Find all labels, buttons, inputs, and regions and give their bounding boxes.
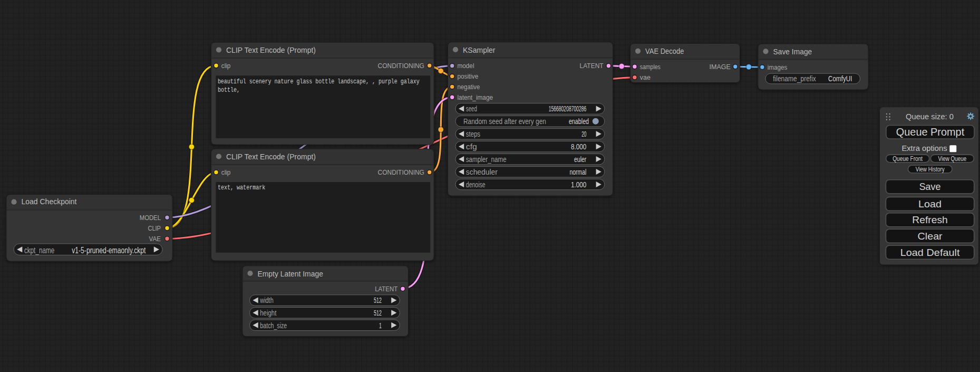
svg-text:enabled: enabled bbox=[569, 117, 589, 126]
svg-text:LATENT: LATENT bbox=[375, 285, 397, 293]
svg-text:v1-5-pruned-emaonly.ckpt: v1-5-pruned-emaonly.ckpt bbox=[72, 245, 146, 255]
svg-text:CLIP Text Encode (Prompt): CLIP Text Encode (Prompt) bbox=[226, 152, 316, 161]
svg-text:Queue Prompt: Queue Prompt bbox=[896, 126, 965, 138]
svg-text:beautiful scenery nature glass: beautiful scenery nature glass bottle la… bbox=[218, 78, 420, 85]
svg-text:Empty Latent Image: Empty Latent Image bbox=[258, 269, 323, 278]
svg-text:cfg: cfg bbox=[466, 142, 477, 151]
svg-text:8.000: 8.000 bbox=[571, 142, 587, 151]
svg-text:negative: negative bbox=[458, 83, 480, 91]
svg-text:CLIP: CLIP bbox=[148, 224, 161, 232]
svg-text:512: 512 bbox=[374, 296, 382, 304]
svg-text:KSampler: KSampler bbox=[463, 45, 496, 54]
svg-text:clip: clip bbox=[221, 62, 231, 70]
svg-text:sampler_name: sampler_name bbox=[466, 155, 507, 164]
svg-text:images: images bbox=[768, 63, 788, 71]
svg-text:normal: normal bbox=[569, 168, 586, 176]
svg-text:Load Checkpoint: Load Checkpoint bbox=[22, 197, 77, 206]
svg-text:seed: seed bbox=[466, 104, 477, 113]
svg-text:VAE: VAE bbox=[149, 235, 161, 243]
svg-text:Clear: Clear bbox=[918, 231, 943, 242]
svg-text:bottle,: bottle, bbox=[218, 86, 240, 94]
svg-text:Save: Save bbox=[919, 181, 941, 192]
svg-text:CONDITIONING: CONDITIONING bbox=[378, 62, 424, 70]
svg-text:1.000: 1.000 bbox=[571, 180, 587, 189]
svg-text:height: height bbox=[260, 309, 276, 317]
svg-text:20: 20 bbox=[581, 130, 586, 138]
svg-text:156680208700286: 156680208700286 bbox=[549, 104, 587, 113]
svg-text:Load Default: Load Default bbox=[900, 247, 960, 258]
svg-text:filename_prefix: filename_prefix bbox=[773, 74, 816, 83]
svg-text:denoise: denoise bbox=[466, 180, 486, 189]
svg-text:CLIP Text Encode (Prompt): CLIP Text Encode (Prompt) bbox=[226, 45, 316, 54]
svg-text:euler: euler bbox=[574, 155, 587, 164]
svg-text:batch_size: batch_size bbox=[260, 321, 287, 330]
svg-text:LATENT: LATENT bbox=[580, 62, 604, 70]
svg-text:model: model bbox=[458, 62, 474, 70]
svg-text:steps: steps bbox=[466, 130, 480, 138]
svg-text:samples: samples bbox=[640, 63, 661, 71]
svg-text:View Queue: View Queue bbox=[938, 155, 967, 163]
svg-text:Load: Load bbox=[918, 198, 942, 209]
svg-text:MODEL: MODEL bbox=[140, 214, 161, 222]
svg-text:text, watermark: text, watermark bbox=[218, 184, 266, 192]
svg-text:VAE Decode: VAE Decode bbox=[645, 46, 684, 55]
svg-text:IMAGE: IMAGE bbox=[710, 63, 731, 71]
svg-text:Refresh: Refresh bbox=[912, 214, 948, 225]
svg-text:latent_image: latent_image bbox=[458, 93, 493, 101]
svg-text:ckpt_name: ckpt_name bbox=[24, 245, 54, 255]
svg-text:ComfyUI: ComfyUI bbox=[828, 74, 852, 83]
svg-text:View History: View History bbox=[916, 166, 945, 173]
svg-text:Queue size: 0: Queue size: 0 bbox=[906, 112, 954, 121]
svg-text:positive: positive bbox=[458, 72, 479, 80]
svg-text:512: 512 bbox=[374, 309, 382, 317]
svg-text:Extra options: Extra options bbox=[901, 144, 947, 152]
svg-text:scheduler: scheduler bbox=[466, 168, 498, 176]
svg-text:clip: clip bbox=[221, 168, 231, 176]
svg-text:vae: vae bbox=[640, 73, 651, 81]
svg-text:Random seed after every gen: Random seed after every gen bbox=[463, 117, 546, 126]
svg-text:Save Image: Save Image bbox=[773, 47, 812, 56]
svg-text:Queue Front: Queue Front bbox=[892, 155, 923, 163]
svg-text:width: width bbox=[260, 296, 274, 304]
svg-text:1: 1 bbox=[379, 321, 382, 330]
svg-text:CONDITIONING: CONDITIONING bbox=[378, 168, 424, 176]
